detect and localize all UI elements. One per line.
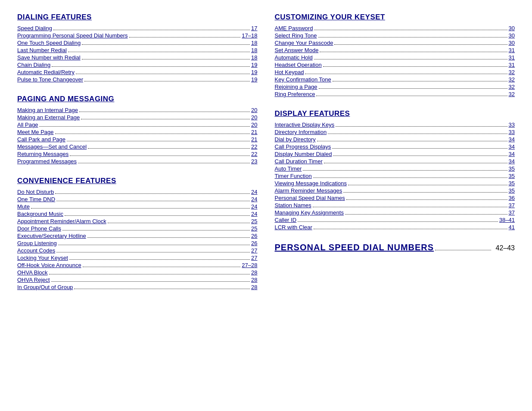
toc-entry[interactable]: Meet Me Page21 <box>17 129 258 135</box>
toc-entry[interactable]: Call Duration Timer34 <box>275 158 515 165</box>
toc-label[interactable]: Group Listening <box>17 240 57 246</box>
toc-label[interactable]: Background Music <box>17 211 63 217</box>
toc-label[interactable]: Set Answer Mode <box>275 47 319 53</box>
toc-entry[interactable]: Programming Personal Speed Dial Numbers1… <box>17 32 258 39</box>
toc-entry[interactable]: Save Number with Redial18 <box>17 54 258 61</box>
toc-label[interactable]: Programming Personal Speed Dial Numbers <box>17 32 128 39</box>
toc-entry[interactable]: Appointment Reminder/Alarm Clock25 <box>17 218 258 224</box>
toc-label[interactable]: Speed Dialing <box>17 25 52 31</box>
toc-entry[interactable]: Messages—Set and Cancel22 <box>17 143 258 150</box>
toc-label[interactable]: Mute <box>17 203 30 210</box>
toc-entry[interactable]: All Page20 <box>17 121 258 128</box>
toc-entry[interactable]: Do Not Disturb24 <box>17 189 258 195</box>
toc-entry[interactable]: Executive/Secretary Hotline26 <box>17 233 258 239</box>
toc-label[interactable]: LCR with Clear <box>275 224 312 230</box>
toc-label[interactable]: Appointment Reminder/Alarm Clock <box>17 218 106 224</box>
toc-entry[interactable]: In Group/Out of Group28 <box>17 284 258 290</box>
toc-entry[interactable]: AME Password30 <box>275 25 515 31</box>
toc-entry[interactable]: Set Answer Mode31 <box>275 47 515 53</box>
toc-entry[interactable]: Interactive Display Keys33 <box>275 121 515 128</box>
toc-entry[interactable]: Pulse to Tone Changeover19 <box>17 76 258 83</box>
toc-entry[interactable]: Directory Information33 <box>275 129 515 135</box>
toc-entry[interactable]: Chain Dialing19 <box>17 62 258 68</box>
toc-entry[interactable]: Mute24 <box>17 203 258 210</box>
toc-label[interactable]: Automatic Redial/Retry <box>17 69 75 75</box>
toc-label[interactable]: Managing Key Assignments <box>275 209 344 216</box>
toc-label[interactable]: Dial by Directory <box>275 136 316 143</box>
toc-label[interactable]: Call Progress Displays <box>275 143 331 150</box>
toc-entry[interactable]: Station Names37 <box>275 202 515 209</box>
toc-label[interactable]: Interactive Display Keys <box>275 121 335 128</box>
toc-entry[interactable]: Call Progress Displays34 <box>275 143 515 150</box>
toc-label[interactable]: Hot Keypad <box>275 69 304 75</box>
toc-entry[interactable]: Door Phone Calls25 <box>17 225 258 232</box>
toc-entry[interactable]: Automatic Hold31 <box>275 54 515 61</box>
toc-label[interactable]: Save Number with Redial <box>17 54 81 61</box>
toc-label[interactable]: AME Password <box>275 25 313 31</box>
toc-label[interactable]: Ring Preference <box>275 91 315 97</box>
toc-label[interactable]: Caller ID <box>275 217 297 223</box>
toc-entry[interactable]: Returning Messages22 <box>17 151 258 157</box>
toc-entry[interactable]: Programmed Messages23 <box>17 158 258 165</box>
toc-entry[interactable]: Making an External Page20 <box>17 114 258 121</box>
toc-entry[interactable]: Off-Hook Voice Announce27–28 <box>17 262 258 268</box>
toc-label[interactable]: Door Phone Calls <box>17 225 61 232</box>
toc-label[interactable]: Call Duration Timer <box>275 158 323 165</box>
personal-speed-dial-row[interactable]: PERSONAL SPEED DIAL NUMBERS42–43 <box>275 243 515 252</box>
toc-entry[interactable]: Dial by Directory34 <box>275 136 515 143</box>
toc-entry[interactable]: Managing Key Assignments37 <box>275 209 515 216</box>
toc-entry[interactable]: Auto Timer35 <box>275 165 515 172</box>
toc-entry[interactable]: Last Number Redial18 <box>17 47 258 53</box>
toc-entry[interactable]: Alarm Reminder Messages35 <box>275 187 515 194</box>
toc-entry[interactable]: Change Your Passcode30 <box>275 40 515 46</box>
toc-label[interactable]: Executive/Secretary Hotline <box>17 233 86 239</box>
toc-label[interactable]: Returning Messages <box>17 151 68 157</box>
toc-entry[interactable]: Select Ring Tone30 <box>275 32 515 39</box>
toc-label[interactable]: Change Your Passcode <box>275 40 333 46</box>
toc-label[interactable]: OHVA Block <box>17 269 48 276</box>
toc-label[interactable]: Do Not Disturb <box>17 189 54 195</box>
toc-label[interactable]: Viewing Message Indications <box>275 180 347 187</box>
toc-label[interactable]: Meet Me Page <box>17 129 54 135</box>
toc-entry[interactable]: OHVA Block28 <box>17 269 258 276</box>
toc-label[interactable]: Chain Dialing <box>17 62 50 68</box>
toc-label[interactable]: Automatic Hold <box>275 54 313 61</box>
toc-label[interactable]: Station Names <box>275 202 311 209</box>
toc-entry[interactable]: Account Codes27 <box>17 247 258 254</box>
toc-label[interactable]: One Touch Speed Dialing <box>17 40 81 46</box>
toc-label[interactable]: Last Number Redial <box>17 47 67 53</box>
toc-entry[interactable]: Ring Preference32 <box>275 91 515 97</box>
toc-label[interactable]: Pulse to Tone Changeover <box>17 76 83 83</box>
toc-entry[interactable]: OHVA Reject28 <box>17 277 258 283</box>
toc-label[interactable]: Personal Speed Dial Names <box>275 195 345 201</box>
toc-label[interactable]: Locking Your Keyset <box>17 255 68 261</box>
toc-label[interactable]: Key Confirmation Tone <box>275 76 331 83</box>
toc-entry[interactable]: Call Park and Page21 <box>17 136 258 143</box>
toc-entry[interactable]: LCR with Clear41 <box>275 224 515 230</box>
toc-label[interactable]: Select Ring Tone <box>275 32 317 39</box>
toc-label[interactable]: Making an External Page <box>17 114 80 121</box>
toc-entry[interactable]: Viewing Message Indications35 <box>275 180 515 187</box>
toc-label[interactable]: All Page <box>17 121 38 128</box>
toc-entry[interactable]: Speed Dialing17 <box>17 25 258 31</box>
toc-label[interactable]: OHVA Reject <box>17 277 50 283</box>
toc-entry[interactable]: Automatic Redial/Retry19 <box>17 69 258 75</box>
toc-label[interactable]: One Time DND <box>17 196 55 202</box>
toc-label[interactable]: Alarm Reminder Messages <box>275 187 342 194</box>
toc-label[interactable]: In Group/Out of Group <box>17 284 73 290</box>
toc-label[interactable]: Display Number Dialed <box>275 151 332 157</box>
toc-entry[interactable]: Rejoining a Page32 <box>275 84 515 90</box>
toc-label[interactable]: Off-Hook Voice Announce <box>17 262 81 268</box>
toc-label[interactable]: Call Park and Page <box>17 136 65 143</box>
toc-label[interactable]: Making an Internal Page <box>17 107 78 113</box>
toc-label[interactable]: Programmed Messages <box>17 158 77 165</box>
toc-label[interactable]: Directory Information <box>275 129 327 135</box>
toc-label[interactable]: Rejoining a Page <box>275 84 317 90</box>
toc-label[interactable]: Timer Function <box>275 173 312 179</box>
toc-entry[interactable]: Personal Speed Dial Names36 <box>275 195 515 201</box>
toc-entry[interactable]: Locking Your Keyset27 <box>17 255 258 261</box>
toc-label[interactable]: Headset Operation <box>275 62 322 68</box>
toc-entry[interactable]: One Touch Speed Dialing18 <box>17 40 258 46</box>
toc-entry[interactable]: Timer Function35 <box>275 173 515 179</box>
toc-label[interactable]: Messages—Set and Cancel <box>17 143 87 150</box>
